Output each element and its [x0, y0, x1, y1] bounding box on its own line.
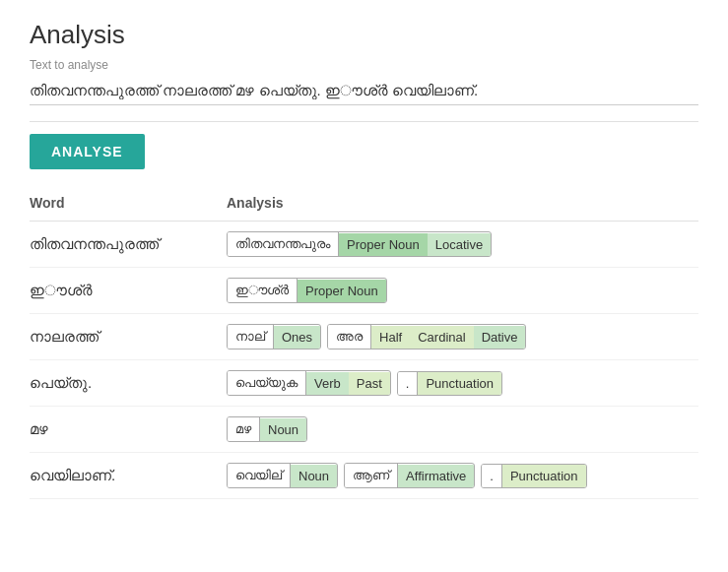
tag-label-proper-noun: Proper Noun	[298, 280, 386, 302]
analysis-cell: പെയ്യുകVerbPast.Punctuation	[227, 360, 698, 407]
tag-label-locative: Locative	[428, 233, 491, 256]
tag-group: നാല്Ones	[227, 324, 321, 350]
tag-label-verb: Verb	[306, 372, 349, 395]
table-row: പെയ്തു.പെയ്യുകVerbPast.Punctuation	[30, 360, 698, 407]
word-cell: നാലരത്ത്	[30, 314, 227, 360]
table-row: വെയിലാണ്.വെയില്Nounആണ്Affirmative.Punctu…	[30, 453, 698, 499]
tag-word: ഇൗശ്ർ	[228, 279, 298, 302]
tag-label-affirmative: Affirmative	[398, 465, 474, 487]
tag-label-dative: Dative	[474, 326, 526, 349]
word-cell: വെയിലാണ്.	[30, 453, 227, 499]
main-container: Analysis Text to analyse ANALYSE Word An…	[0, 0, 728, 519]
analysis-cell: നാല്OnesഅരHalfCardinalDative	[227, 314, 698, 360]
table-row: ഇൗശ്ർഇൗശ്ർProper Noun	[30, 268, 698, 314]
divider	[30, 121, 698, 122]
tag-group: തിതവനന്തപുരംProper NounLocative	[227, 231, 492, 257]
analysis-cell: മഴNoun	[227, 407, 698, 453]
tag-label-noun: Noun	[291, 465, 337, 487]
page-title: Analysis	[30, 20, 698, 50]
tag-group: ആണ്Affirmative	[344, 463, 475, 488]
input-label: Text to analyse	[30, 58, 698, 72]
tag-group: മഴNoun	[227, 416, 307, 442]
analysis-cell: തിതവനന്തപുരംProper NounLocative	[227, 222, 698, 268]
tag-word: .	[398, 372, 419, 395]
tag-label-cardinal: Cardinal	[410, 326, 473, 349]
analysis-cell: വെയില്Nounആണ്Affirmative.Punctuation	[227, 453, 698, 499]
tag-label-punctuation: Punctuation	[418, 372, 501, 395]
tag-group: വെയില്Noun	[227, 463, 338, 488]
col-word-header: Word	[30, 189, 227, 222]
table-row: നാലരത്ത്നാല്OnesഅരHalfCardinalDative	[30, 314, 698, 360]
tag-word: നാല്	[228, 325, 274, 349]
word-cell: ഇൗശ്ർ	[30, 268, 227, 314]
word-cell: തിതവനന്തപുരത്ത്	[30, 222, 227, 268]
word-cell: മഴ	[30, 407, 227, 453]
tag-group: .Punctuation	[397, 371, 502, 396]
tag-group: പെയ്യുകVerbPast	[227, 370, 391, 396]
tag-word: തിതവനന്തപുരം	[228, 232, 339, 256]
tag-group: ഇൗശ്ർProper Noun	[227, 278, 387, 303]
tag-word: അര	[328, 325, 371, 349]
tag-group: .Punctuation	[481, 464, 586, 488]
tag-label-past: Past	[349, 372, 390, 395]
tag-label-proper-noun: Proper Noun	[339, 233, 428, 256]
tag-label-half: Half	[371, 326, 410, 349]
tag-label-ones: Ones	[274, 326, 320, 349]
tag-group: അരHalfCardinalDative	[327, 324, 526, 350]
analysis-cell: ഇൗശ്ർProper Noun	[227, 268, 698, 314]
tag-word: വെയില്	[228, 464, 291, 487]
tag-word: മഴ	[228, 417, 260, 441]
word-cell: പെയ്തു.	[30, 360, 227, 407]
analysis-table: Word Analysis തിതവനന്തപുരത്ത്തിതവനന്തപുര…	[30, 189, 698, 499]
tag-label-noun: Noun	[260, 418, 306, 441]
tag-word: .	[482, 465, 502, 487]
tag-word: ആണ്	[345, 464, 398, 487]
col-analysis-header: Analysis	[227, 189, 698, 222]
analyse-button[interactable]: ANALYSE	[30, 134, 145, 169]
table-row: തിതവനന്തപുരത്ത്തിതവനന്തപുരംProper NounLo…	[30, 222, 698, 268]
table-row: മഴമഴNoun	[30, 407, 698, 453]
text-input[interactable]	[30, 76, 698, 105]
tag-word: പെയ്യുക	[228, 371, 306, 395]
tag-label-punctuation: Punctuation	[502, 465, 586, 487]
